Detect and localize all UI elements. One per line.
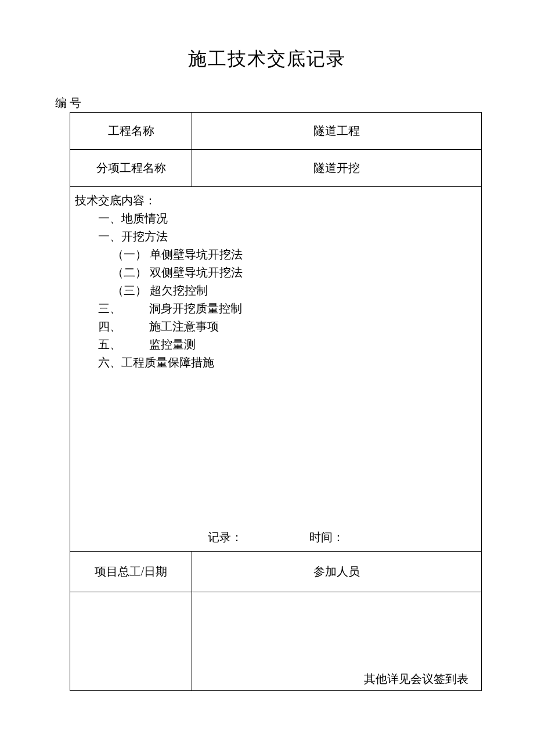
content-item-5: 五、监控量测 [75, 336, 477, 354]
content-item-2c: （三） 超欠挖控制 [75, 282, 477, 300]
subproject-name-value: 隧道开挖 [192, 150, 482, 187]
time-label: 时间： [309, 530, 344, 545]
sign-right-cell: 其他详见会议签到表 [192, 592, 482, 691]
row-content: 技术交底内容： 一、地质情况 一、开挖方法 （一） 单侧壁导坑开挖法 （二） 双… [70, 187, 482, 552]
content-heading: 技术交底内容： [75, 192, 477, 210]
item-5-num: 五、 [98, 338, 121, 351]
content-item-6: 六、工程质量保障措施 [75, 354, 477, 372]
document-page: 施工技术交底记录 编 号 工程名称 隧道工程 分项工程名称 隧道开挖 技术交底内… [0, 0, 534, 726]
record-label: 记录： [208, 530, 243, 545]
content-item-1: 一、地质情况 [75, 210, 477, 228]
sign-note: 其他详见会议签到表 [364, 672, 468, 685]
row-sign-header: 项目总工/日期 参加人员 [70, 552, 482, 592]
content-cell: 技术交底内容： 一、地质情况 一、开挖方法 （一） 单侧壁导坑开挖法 （二） 双… [70, 187, 482, 552]
sign-left-label: 项目总工/日期 [70, 552, 192, 592]
row-project-name: 工程名称 隧道工程 [70, 113, 482, 150]
row-subproject-name: 分项工程名称 隧道开挖 [70, 150, 482, 187]
document-title: 施工技术交底记录 [52, 46, 482, 72]
record-time-row: 记录： 时间： [70, 530, 481, 545]
row-sign-body: 其他详见会议签到表 [70, 592, 482, 691]
content-item-2: 一、开挖方法 [75, 228, 477, 246]
content-item-2b: （二） 双侧壁导坑开挖法 [75, 264, 477, 282]
subproject-name-label: 分项工程名称 [70, 150, 192, 187]
project-name-label: 工程名称 [70, 113, 192, 150]
sign-right-label: 参加人员 [192, 552, 482, 592]
project-name-value: 隧道工程 [192, 113, 482, 150]
content-body: 技术交底内容： 一、地质情况 一、开挖方法 （一） 单侧壁导坑开挖法 （二） 双… [75, 192, 477, 372]
item-3-num: 三、 [98, 302, 121, 315]
item-3-text: 洞身开挖质量控制 [149, 302, 242, 315]
item-4-text: 施工注意事项 [149, 320, 219, 333]
main-table: 工程名称 隧道工程 分项工程名称 隧道开挖 技术交底内容： 一、地质情况 一、开… [70, 112, 482, 691]
content-item-4: 四、施工注意事项 [75, 318, 477, 336]
item-4-num: 四、 [98, 320, 121, 333]
sign-left-cell [70, 592, 192, 691]
content-item-3: 三、洞身开挖质量控制 [75, 300, 477, 318]
item-5-text: 监控量测 [149, 338, 196, 351]
content-item-2a: （一） 单侧壁导坑开挖法 [75, 246, 477, 264]
serial-number-label: 编 号 [55, 95, 482, 111]
